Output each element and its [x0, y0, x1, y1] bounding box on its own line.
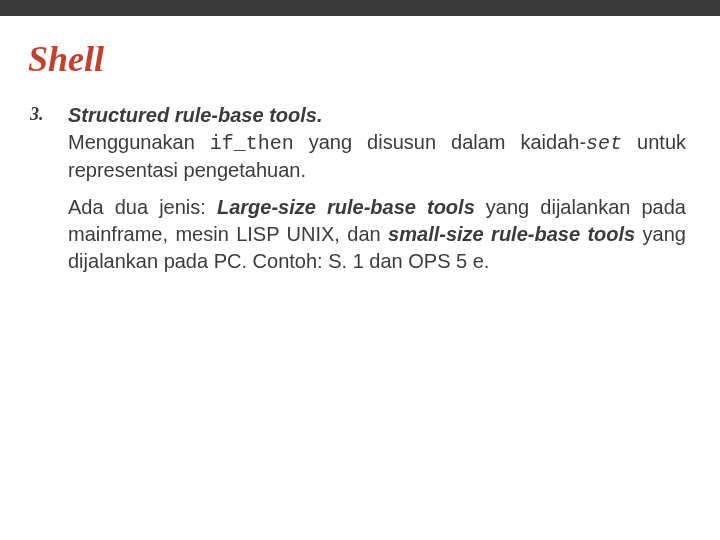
top-bar [0, 0, 720, 16]
code-if-then: if_then [210, 132, 294, 155]
slide-content: Shell 3. Structured rule-base tools. Men… [0, 16, 720, 275]
list-body: Structured rule-base tools. Menggunakan … [68, 102, 692, 275]
content-list: 3. Structured rule-base tools. Menggunak… [28, 102, 692, 275]
paragraph-1: Structured rule-base tools. Menggunakan … [68, 102, 686, 184]
text-run: Ada dua jenis: [68, 196, 217, 218]
code-set: set [586, 132, 622, 155]
paragraph-2: Ada dua jenis: Large-size rule-base tool… [68, 194, 686, 275]
list-marker: 3. [28, 102, 68, 125]
item-heading: Structured rule-base tools. [68, 104, 323, 126]
emphasis-small: small-size rule-base tools [388, 223, 635, 245]
text-run: Menggunakan [68, 131, 210, 153]
text-run: yang disusun dalam kaidah- [294, 131, 586, 153]
slide-title: Shell [28, 38, 692, 80]
list-item: 3. Structured rule-base tools. Menggunak… [28, 102, 692, 275]
emphasis-large: Large-size rule-base tools [217, 196, 475, 218]
